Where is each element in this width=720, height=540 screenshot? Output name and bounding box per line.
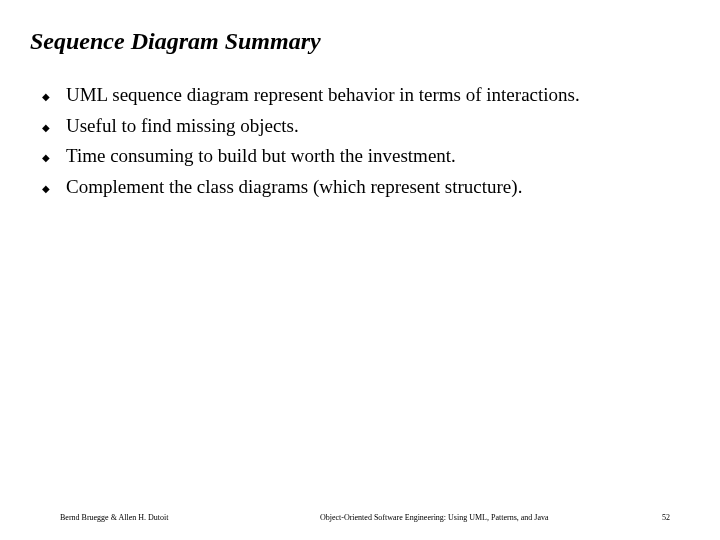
list-item: ◆ UML sequence diagram represent behavio… [42, 83, 690, 108]
list-item: ◆ Complement the class diagrams (which r… [42, 175, 690, 200]
footer-page: 52 [640, 513, 670, 522]
list-item: ◆ Useful to find missing objects. [42, 114, 690, 139]
bullet-icon: ◆ [42, 144, 66, 164]
bullet-icon: ◆ [42, 175, 66, 195]
bullet-icon: ◆ [42, 114, 66, 134]
bullet-text: Time consuming to build but worth the in… [66, 144, 690, 169]
footer: Bernd Bruegge & Allen H. Dutoit Object-O… [0, 513, 720, 522]
bullet-text: Complement the class diagrams (which rep… [66, 175, 690, 200]
slide-title: Sequence Diagram Summary [30, 28, 690, 55]
bullet-list: ◆ UML sequence diagram represent behavio… [30, 83, 690, 200]
bullet-text: UML sequence diagram represent behavior … [66, 83, 690, 108]
bullet-icon: ◆ [42, 83, 66, 103]
footer-book: Object-Oriented Software Engineering: Us… [228, 513, 640, 522]
list-item: ◆ Time consuming to build but worth the … [42, 144, 690, 169]
bullet-text: Useful to find missing objects. [66, 114, 690, 139]
footer-authors: Bernd Bruegge & Allen H. Dutoit [60, 513, 168, 522]
